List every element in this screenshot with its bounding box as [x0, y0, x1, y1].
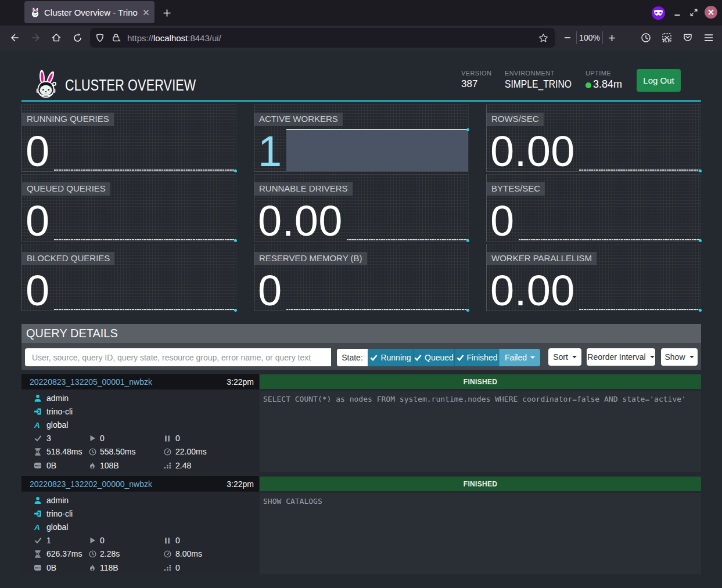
state-filter-button[interactable]: Queued [413, 349, 454, 366]
peak-memory-flame-icon [88, 564, 97, 571]
query-meta-row: trino-cli [21, 507, 259, 520]
query-meta-row: trino-cli [21, 405, 259, 418]
caret-down-icon [572, 356, 577, 358]
stat-box: RUNNABLE DRIVERS 0.00 [254, 174, 469, 241]
query-source: trino-cli [46, 407, 73, 416]
connection-lock-icon[interactable] [112, 33, 121, 42]
menu-hamburger-icon[interactable] [698, 26, 719, 50]
completed-splits-check-icon [33, 537, 42, 544]
stat-box: BLOCKED QUERIES 0 [21, 244, 236, 311]
stat-label: ACTIVE WORKERS [254, 113, 343, 126]
elapsed-time: 558.50ms [100, 447, 135, 456]
cumulative-memory: 2.48 [175, 461, 191, 470]
tab-close-icon[interactable] [142, 9, 150, 16]
query-meta-cell: 0B [29, 561, 56, 574]
state-filter-button[interactable]: Finished [454, 349, 499, 366]
uptime-value: 3.84m [593, 78, 622, 91]
window-maximize-button[interactable] [689, 8, 699, 17]
logout-button[interactable]: Log Out [637, 69, 681, 92]
query-meta-row: 1 0 0 [21, 534, 259, 547]
check-icon [457, 354, 464, 361]
browser-tab[interactable]: Cluster Overview - Trino [24, 1, 155, 23]
sparkline-line [54, 169, 235, 170]
reload-button[interactable] [67, 26, 87, 50]
state-filter-button-label: Running [380, 353, 411, 362]
back-button[interactable] [5, 26, 24, 50]
stat-label: RESERVED MEMORY (B) [254, 252, 367, 265]
tracking-shield-icon[interactable] [95, 33, 105, 42]
sort-button[interactable]: Sort [548, 348, 581, 366]
query-meta-row: A global [21, 521, 259, 534]
url-host: localhost [153, 33, 188, 43]
trino-bunny-logo [35, 68, 57, 98]
query-meta-row: 0B 108B 2.48 [21, 459, 259, 472]
state-filter-group: State: Running Queued Finished Failed [337, 349, 540, 366]
query-meta-cell: trino-cli [29, 507, 73, 520]
query-meta-row: 518.48ms 558.50ms 22.00ms [21, 445, 259, 459]
history-clock-icon[interactable] [635, 26, 656, 50]
bookmark-star-icon[interactable] [538, 33, 548, 43]
source-sign-in-icon [33, 407, 42, 416]
state-filter-button-label: Finished [467, 353, 498, 362]
query-search-input[interactable] [25, 348, 331, 366]
query-meta-cell: admin [29, 493, 69, 507]
url-text[interactable]: https://localhost:8443/ui/ [127, 33, 538, 43]
stat-sparkline-chart [579, 244, 701, 311]
environment-block: ENVIRONMENT SIMPLE_TRINO [505, 70, 581, 91]
completed-splits: 1 [46, 536, 51, 545]
stat-box: QUEUED QUERIES 0 [21, 174, 236, 241]
url-path: :8443/ui/ [188, 33, 221, 43]
query-meta-cell: 2.28s [85, 547, 120, 561]
cpu-time: 22.00ms [175, 447, 207, 456]
show-button[interactable]: Show [661, 348, 698, 366]
completed-splits-check-icon [33, 435, 42, 442]
zoom-out-button[interactable] [559, 26, 576, 50]
zoom-in-button[interactable] [603, 26, 620, 50]
screenshot-scissors-icon[interactable] [656, 26, 677, 50]
wall-time-hourglass-icon [33, 448, 42, 456]
query-meta-cell: trino-cli [29, 405, 73, 418]
peak-memory: 118B [100, 563, 118, 572]
home-button[interactable] [46, 26, 66, 50]
new-tab-button[interactable] [159, 5, 174, 20]
stat-label: ROWS/SEC [487, 113, 544, 126]
query-meta-cell: 518.48ms [29, 445, 82, 459]
query-id-link[interactable]: 20220823_132202_00000_nwbzk [30, 479, 227, 489]
state-filter-button[interactable]: Failed [499, 349, 540, 366]
query-meta-cell: 0 [159, 561, 180, 574]
reorder-interval-button[interactable]: Reorder Interval [587, 348, 655, 366]
stat-sparkline-chart [519, 175, 701, 241]
stat-label: WORKER PARALLELISM [487, 252, 597, 265]
sparkline-line [519, 239, 700, 240]
elapsed-time-clock-icon [88, 550, 97, 558]
running-splits: 0 [100, 434, 105, 443]
window-close-button[interactable] [705, 6, 717, 19]
cpu-time: 8.00ms [175, 549, 202, 558]
page-header: CLUSTER OVERVIEW VERSION 387 ENVIRONMENT… [21, 50, 701, 102]
running-splits-play-icon [88, 537, 97, 544]
uptime-label: UPTIME [585, 70, 622, 77]
sparkline-end-dot [466, 128, 469, 131]
forward-button[interactable] [26, 26, 46, 50]
stat-value: 0 [26, 130, 50, 173]
browser-toolbar: https://localhost:8443/ui/ 100% [0, 26, 722, 50]
stat-box: RUNNING QUERIES 0 [21, 104, 236, 172]
query-resource-group: global [46, 522, 68, 532]
current-memory-hdd-icon [33, 564, 42, 571]
query-meta-cell: A global [29, 521, 68, 534]
stat-value: 0 [26, 200, 50, 243]
state-filter-label: State: [337, 349, 368, 366]
zoom-level[interactable]: 100% [577, 33, 602, 42]
pocket-icon[interactable] [677, 26, 698, 50]
sparkline-line [347, 239, 468, 240]
query-id-link[interactable]: 20220823_132205_00001_nwbzk [30, 377, 227, 387]
query-meta-row: 3 0 0 [21, 432, 259, 445]
stat-value: 0.00 [490, 130, 575, 173]
state-filter-button[interactable]: Running [368, 349, 413, 366]
check-icon [370, 354, 378, 361]
window-minimize-button[interactable] [672, 8, 682, 17]
url-bar[interactable]: https://localhost:8443/ui/ [90, 28, 555, 48]
query-source: trino-cli [46, 509, 73, 518]
environment-label: ENVIRONMENT [505, 70, 581, 77]
stat-box: ACTIVE WORKERS 1 [254, 104, 469, 172]
